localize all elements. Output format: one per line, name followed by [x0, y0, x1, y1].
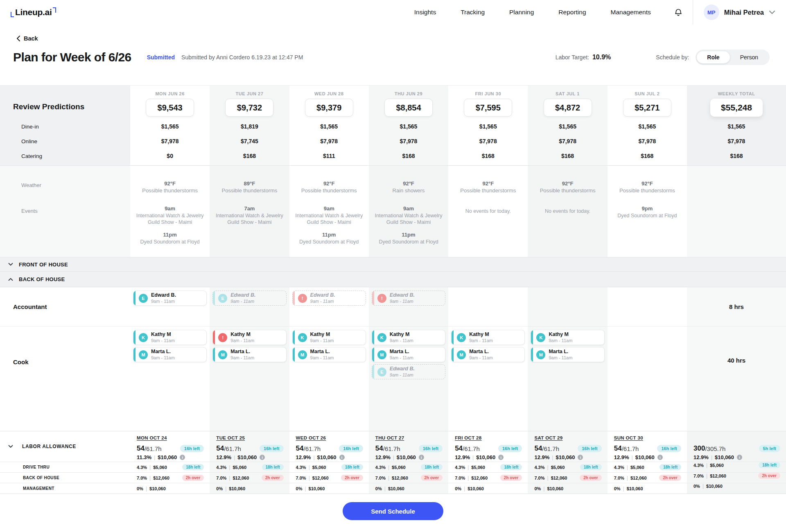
prediction-total-field[interactable]: $5,271	[623, 99, 671, 117]
app-logo[interactable]: Lineup.ai	[11, 7, 56, 17]
info-icon[interactable]	[419, 455, 424, 460]
event-time: 11pm	[140, 231, 200, 239]
nav-item[interactable]: Reporting	[558, 9, 586, 16]
nav-item[interactable]: Insights	[414, 9, 436, 16]
prediction-value: $1,565	[161, 119, 179, 134]
shift-chip[interactable]: K Kathy M 9am - 11am	[372, 330, 445, 345]
schedule-day-cell: E Edward B. 9am - 11am	[210, 287, 289, 326]
toggle-option-role[interactable]: Role	[697, 51, 730, 63]
info-icon[interactable]	[339, 455, 345, 460]
no-events-text: No events for today.	[465, 205, 511, 214]
shift-chip[interactable]: K Kathy M 9am - 11am	[451, 330, 525, 345]
labor-subrow-cell: 4.3% | $5,060 18h left	[528, 462, 607, 472]
prediction-total-field[interactable]: $9,732	[225, 99, 273, 117]
chip-accent-bar	[452, 347, 454, 362]
shift-chip[interactable]: E Edward B. 9am - 11am	[372, 364, 445, 379]
chip-avatar: E	[139, 294, 148, 303]
shift-chip[interactable]: M Marta L. 9am - 11am	[451, 347, 525, 362]
chip-shift-time: 9am - 11am	[310, 299, 335, 304]
labor-weekly-cell: 300 /305.7h 5h left 12.9% | $10,060	[687, 431, 786, 460]
chip-employee-name: Kathy M	[151, 331, 175, 338]
chip-employee-name: Edward B.	[390, 366, 415, 372]
labor-day-cell: WED OCT 26 54 /61.7h 16h left 12.9% | $1…	[289, 431, 369, 462]
prediction-total-field[interactable]: $7,595	[464, 99, 512, 117]
schedule-day-cell: ! Kathy M 9am - 11am M Marta L. 9am - 11…	[210, 327, 289, 431]
shift-chip[interactable]: M Marta L. 9am - 11am	[212, 347, 286, 362]
send-schedule-button[interactable]: Send Schedule	[343, 502, 443, 520]
labor-badge: 2h over	[421, 475, 443, 481]
event-time: 11pm	[299, 231, 359, 239]
section-front-of-house[interactable]: FRONT OF HOUSE	[0, 257, 786, 272]
event-item: 9am International Watch & Jewelry Guild …	[133, 205, 207, 226]
separator: |	[706, 473, 707, 479]
labor-pct: 12.9%	[216, 454, 231, 460]
labor-subrow-cell: 4.3% | $5,060 18h left	[608, 462, 687, 472]
info-icon[interactable]	[180, 455, 185, 460]
shift-chip[interactable]: E Edward B. 9am - 11am	[212, 291, 286, 306]
shift-chip[interactable]: M Marta L. 9am - 11am	[133, 347, 207, 362]
event-item: 9pm Dyed Soundorom at Floyd	[617, 205, 677, 219]
prediction-total-field[interactable]: $4,872	[544, 99, 592, 117]
separator: |	[702, 483, 704, 489]
labor-badge: 18h left	[759, 462, 780, 468]
prediction-value: $1,565	[400, 119, 418, 134]
labor-day-cell: FRI OCT 28 54 /61.7h 16h left 12.9% | $1…	[448, 431, 528, 462]
labor-subrow: DRIVE THRU 4.3% | $5,060 18h left 4.3% |…	[0, 462, 786, 472]
weather-desc: Possible thunderstorms	[301, 187, 357, 194]
chip-shift-time: 9am - 11am	[151, 338, 175, 343]
labor-pct: 4.3%	[455, 465, 465, 470]
shift-chip[interactable]: M Marta L. 9am - 11am	[292, 347, 366, 362]
separator: |	[154, 455, 155, 460]
info-icon[interactable]	[578, 455, 583, 460]
labor-allowance-header[interactable]: LABOR ALLOWANCE	[0, 431, 130, 462]
nav-item[interactable]: Tracking	[461, 9, 485, 16]
event-name: International Watch & Jewelry Guild Show…	[292, 212, 366, 226]
labor-amount: $5,060	[312, 465, 326, 470]
shift-chip[interactable]: M Marta L. 9am - 11am	[372, 347, 445, 362]
info-icon[interactable]	[657, 455, 663, 460]
shift-chip[interactable]: E Edward B. 9am - 11am	[133, 291, 207, 306]
event-time: 9am	[292, 205, 366, 212]
event-name: Dyed Soundorom at Floyd	[379, 239, 438, 246]
role-row-cook: Cook K Kathy M 9am - 11am M	[0, 327, 786, 431]
toggle-option-person[interactable]: Person	[730, 51, 768, 63]
info-icon[interactable]	[737, 455, 742, 460]
labor-pct: 12.9%	[375, 454, 391, 460]
shift-chip[interactable]: ! Kathy M 9am - 11am	[212, 330, 286, 345]
separator: |	[468, 475, 469, 481]
role-name: Accountant	[13, 303, 47, 310]
weekly-total-value: $55,248	[710, 99, 763, 117]
labor-pct: 0%	[137, 486, 143, 491]
prediction-total-field[interactable]: $9,543	[146, 99, 194, 117]
shift-chip[interactable]: M Marta L. 9am - 11am	[531, 347, 604, 362]
prediction-total-field[interactable]: $8,854	[384, 99, 433, 117]
labor-day-cell: SUN OCT 30 54 /61.7h 16h left 12.9% | $1…	[608, 431, 687, 462]
separator: |	[234, 455, 235, 460]
conditions-day-column: 92°F Rain showers 9am International Watc…	[369, 166, 448, 257]
weather-desc: Possible thunderstorms	[619, 187, 675, 194]
role-weekly-hours: 8 hrs	[729, 303, 744, 310]
prediction-total-field[interactable]: $9,379	[305, 99, 353, 117]
shift-chip[interactable]: ! Edward B. 9am - 11am	[292, 291, 366, 306]
shift-chip[interactable]: ! Edward B. 9am - 11am	[372, 291, 445, 306]
labor-pct: 7.0%	[137, 476, 147, 480]
user-menu[interactable]: MP Mihai Petrea	[704, 5, 775, 20]
info-icon[interactable]	[498, 455, 504, 460]
shift-chip[interactable]: K Kathy M 9am - 11am	[133, 330, 207, 345]
schedule-day-cell: ! Edward B. 9am - 11am	[369, 287, 448, 326]
shift-chip[interactable]: K Kathy M 9am - 11am	[292, 330, 366, 345]
shift-chip[interactable]: K Kathy M 9am - 11am	[531, 330, 604, 345]
info-icon[interactable]	[260, 455, 265, 460]
schedule-by-toggle: Role Person	[696, 50, 770, 65]
labor-amount: $10,060	[317, 454, 337, 460]
notifications-button[interactable]	[674, 8, 683, 17]
section-back-of-house[interactable]: BACK OF HOUSE	[0, 272, 786, 287]
section-label: FRONT OF HOUSE	[19, 261, 68, 268]
back-button[interactable]: Back	[16, 35, 38, 42]
separator: |	[468, 464, 469, 470]
nav-item[interactable]: Planning	[509, 9, 534, 16]
labor-subrow-cell: 7.0% | $12,060 2h over	[210, 473, 289, 483]
nav-item[interactable]: Managements	[611, 9, 651, 16]
schedule-day-cell	[608, 327, 687, 431]
labor-amount: $10,060	[468, 486, 484, 491]
